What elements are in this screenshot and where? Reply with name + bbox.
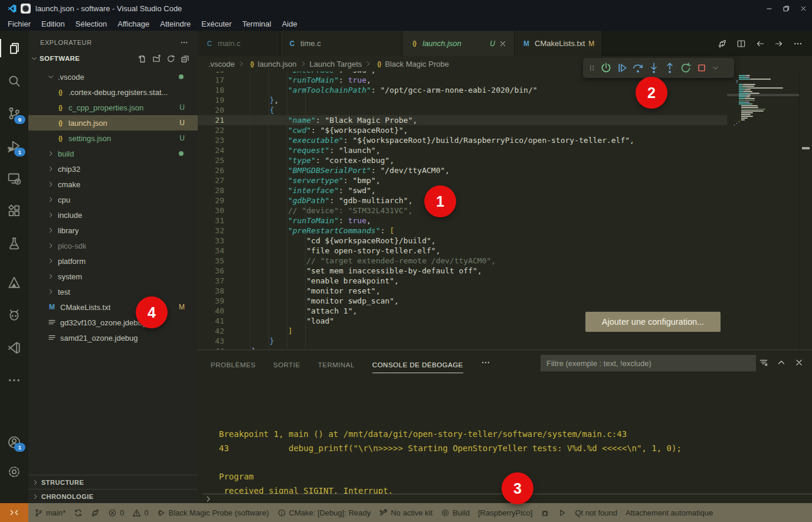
filter-clear[interactable]	[759, 358, 768, 367]
code-line[interactable]: 25 "type": "cortex-debug",	[198, 155, 727, 165]
.cortex-debug.registers.stat...[interactable]: {} .cortex-debug.registers.stat...	[28, 84, 198, 100]
menu-item[interactable]: Atteindre	[155, 19, 196, 28]
editor-scrollbar[interactable]	[799, 71, 812, 350]
gd32vf103_ozone.jdebug[interactable]: gd32vf103_ozone.jdebug	[28, 315, 198, 330]
source-control[interactable]: 9	[0, 97, 28, 129]
qt-status[interactable]: Qt not found	[571, 503, 621, 522]
restore-button[interactable]	[778, 0, 795, 17]
remote-indicator[interactable]	[0, 503, 28, 522]
arrow-right[interactable]	[774, 39, 784, 48]
cmake-tools[interactable]	[0, 266, 28, 299]
git-branch[interactable]: main*	[30, 503, 70, 522]
new-file[interactable]	[138, 54, 147, 63]
include[interactable]: include	[28, 207, 198, 223]
code-line[interactable]: 34 "file open-story-teller.elf",	[198, 246, 727, 256]
code-line[interactable]: 29 "gdbPath": "gdb-multiarch",	[198, 195, 727, 205]
SORTIE[interactable]: SORTIE	[273, 361, 300, 368]
CHRONOLOGIE[interactable]: CHRONOLOGIE	[28, 489, 198, 503]
Launch Targets[interactable]: Launch Targets	[297, 60, 362, 68]
chip32[interactable]: chip32	[28, 161, 198, 177]
grip[interactable]	[588, 62, 596, 74]
code-line[interactable]: 32 "preRestartCommands": [	[198, 226, 727, 236]
compare[interactable]	[718, 39, 727, 48]
time.c[interactable]: C time.c	[280, 31, 402, 56]
git-compare[interactable]	[87, 503, 104, 522]
extensions[interactable]	[0, 194, 28, 227]
code-line[interactable]: 22 "cwd": "${workspaceRoot}",	[198, 125, 727, 135]
code-line[interactable]: 23 "executable": "${workspaceRoot}/build…	[198, 135, 727, 145]
code-line[interactable]: 30 // "device": "STM32L431VC",	[198, 205, 727, 216]
manage[interactable]	[0, 457, 28, 487]
TERMINAL[interactable]: TERMINAL	[318, 361, 355, 368]
menu-item[interactable]: Sélection	[70, 19, 112, 28]
code-line[interactable]: 28 "interface": "swd",	[198, 185, 727, 195]
power[interactable]	[600, 62, 612, 74]
chevron-up[interactable]	[777, 358, 786, 367]
platform[interactable]: platform	[28, 253, 198, 269]
build[interactable]: build	[28, 146, 198, 161]
panel-tab[interactable]	[481, 358, 490, 371]
new-folder[interactable]	[152, 54, 161, 63]
remote-explorer[interactable]	[0, 162, 28, 194]
menu-item[interactable]: Terminal	[237, 19, 277, 28]
auto-attach[interactable]: Attachement automatique	[621, 503, 717, 522]
refresh[interactable]	[166, 54, 175, 63]
errors[interactable]: 0	[104, 503, 128, 522]
close-tab-icon[interactable]	[499, 40, 507, 48]
close[interactable]	[794, 358, 804, 367]
menu-item[interactable]: Aide	[277, 19, 303, 28]
chevron-down[interactable]	[712, 62, 719, 74]
ozone-debug[interactable]	[0, 299, 28, 331]
code-line[interactable]: 43 }	[198, 336, 727, 346]
collapse-all[interactable]	[181, 54, 189, 63]
testing[interactable]	[0, 227, 28, 259]
accounts[interactable]: 1	[0, 428, 28, 457]
launch.json[interactable]: {} launch.json	[235, 60, 297, 68]
PROBLÈMES[interactable]: PROBLÈMES	[211, 361, 256, 368]
ellipsis[interactable]	[793, 39, 803, 48]
launch.json[interactable]: {} launch.json U	[28, 115, 198, 130]
search[interactable]	[0, 64, 28, 97]
.vscode[interactable]: .vscode	[208, 60, 235, 68]
CMakeLists.txt[interactable]: M CMakeLists.txt M	[515, 31, 602, 56]
code-line[interactable]: 21 "name": "Black Magic Probe",	[198, 115, 727, 125]
step-out[interactable]	[664, 62, 676, 74]
STRUCTURE[interactable]: STRUCTURE	[28, 475, 198, 489]
close-window-button[interactable]	[795, 0, 812, 17]
menu-item[interactable]: Affichage	[112, 19, 155, 28]
debug-launch-config[interactable]: Black Magic Probe (software)	[153, 503, 273, 522]
menu-item[interactable]: Edition	[36, 19, 70, 28]
visual-studio-views[interactable]	[0, 331, 28, 364]
launch.json[interactable]: {} launch.json U	[402, 31, 515, 56]
library[interactable]: library	[28, 223, 198, 238]
cmake-run[interactable]	[554, 503, 571, 522]
system[interactable]: system	[28, 269, 198, 284]
.vscode[interactable]: .vscode	[28, 69, 198, 84]
debug-filter-input[interactable]	[541, 355, 756, 371]
code-editor[interactable]: 16 "interface": "swd", 17 "runToMain": t…	[198, 71, 727, 350]
split[interactable]	[736, 39, 746, 48]
folder-section-header[interactable]: SOFTWARE	[28, 51, 198, 66]
pico-sdk[interactable]: pico-sdk	[28, 238, 198, 253]
more-icon[interactable]	[481, 358, 490, 371]
code-line[interactable]: 37 "enable breakpoint",	[198, 276, 727, 286]
code-line[interactable]: 38 "monitor reset",	[198, 286, 727, 296]
restart[interactable]	[680, 62, 692, 74]
debug-console-output[interactable]: Breakpoint 1, main () at /mnt/data/git/o…	[198, 379, 812, 494]
code-line[interactable]: 36 "set mem inaccessible-by-default off"…	[198, 266, 727, 276]
cpu[interactable]: cpu	[28, 192, 198, 207]
explorer[interactable]	[0, 32, 28, 64]
code-line[interactable]: 27 "servertype": "bmp",	[198, 175, 727, 185]
cmake[interactable]: cmake	[28, 177, 198, 192]
additional-views[interactable]	[0, 364, 28, 396]
c_cpp_properties.json[interactable]: {} c_cpp_properties.json U	[28, 100, 198, 115]
CONSOLE DE DÉBOGAGE[interactable]: CONSOLE DE DÉBOGAGE	[372, 361, 463, 368]
add-configuration-button[interactable]: Ajouter une configuration...	[585, 312, 721, 332]
main.c[interactable]: C main.c	[198, 31, 280, 56]
cmake-kit[interactable]: No active kit	[375, 503, 437, 522]
cmake-target[interactable]: [RaspberryPico]	[474, 503, 536, 522]
warnings[interactable]: 0	[128, 503, 152, 522]
menu-item[interactable]: Fichier	[2, 19, 36, 28]
git-sync[interactable]	[70, 503, 87, 522]
step-over[interactable]	[632, 62, 644, 74]
